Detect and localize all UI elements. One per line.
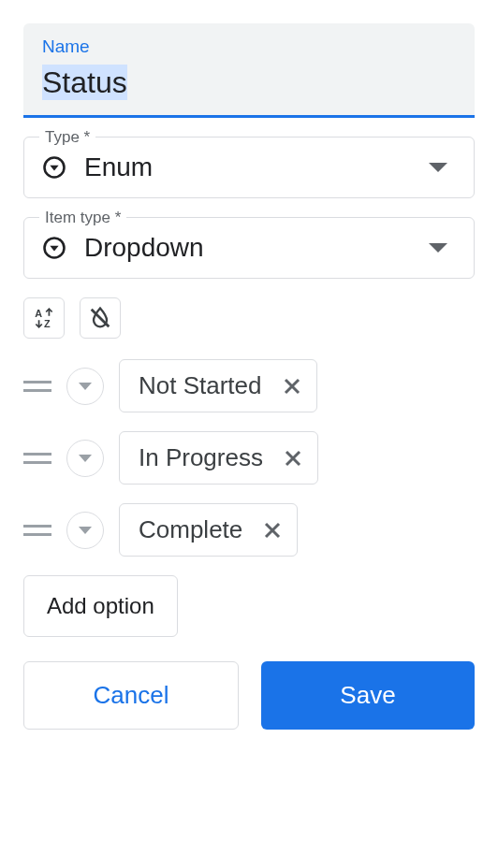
option-color-button[interactable]	[66, 440, 104, 477]
close-icon[interactable]	[281, 375, 303, 398]
color-off-button[interactable]	[80, 297, 121, 339]
type-label: Type *	[39, 128, 95, 147]
chevron-down-icon	[429, 243, 447, 253]
svg-marker-1	[50, 166, 58, 171]
option-row: Complete	[23, 503, 475, 557]
option-toolbar: A Z	[23, 297, 475, 339]
chevron-down-icon	[429, 163, 447, 172]
save-button[interactable]: Save	[261, 661, 475, 730]
option-chip[interactable]: Not Started	[119, 359, 317, 412]
close-icon[interactable]	[282, 447, 304, 470]
enum-icon	[41, 154, 67, 181]
drag-handle-icon[interactable]	[23, 525, 51, 536]
option-color-button[interactable]	[66, 368, 104, 405]
item-type-value: Dropdown	[84, 233, 429, 263]
option-chip[interactable]: In Progress	[119, 431, 318, 485]
chevron-down-icon	[79, 527, 92, 534]
name-field[interactable]: Name Status	[23, 23, 475, 118]
name-value[interactable]: Status	[42, 65, 127, 100]
cancel-button[interactable]: Cancel	[23, 661, 239, 730]
color-off-icon	[87, 305, 113, 331]
option-color-button[interactable]	[66, 512, 104, 549]
sort-az-button[interactable]: A Z	[23, 297, 65, 339]
close-icon[interactable]	[261, 519, 284, 542]
option-label: Not Started	[139, 371, 262, 400]
option-chip[interactable]: Complete	[119, 503, 298, 557]
dropdown-icon	[41, 235, 67, 261]
option-label: In Progress	[139, 443, 263, 472]
option-row: Not Started	[23, 359, 475, 412]
svg-text:Z: Z	[44, 318, 51, 329]
option-row: In Progress	[23, 431, 475, 485]
type-select[interactable]: Type * Enum	[23, 137, 475, 198]
svg-marker-3	[50, 246, 58, 252]
drag-handle-icon[interactable]	[23, 453, 51, 464]
type-value: Enum	[84, 152, 429, 182]
item-type-label: Item type *	[39, 209, 126, 227]
sort-az-icon: A Z	[32, 306, 56, 330]
add-option-button[interactable]: Add option	[23, 575, 178, 637]
svg-text:A: A	[35, 308, 42, 319]
drag-handle-icon[interactable]	[23, 381, 51, 392]
chevron-down-icon	[79, 455, 92, 462]
chevron-down-icon	[79, 383, 92, 390]
option-label: Complete	[139, 515, 242, 544]
name-label: Name	[42, 36, 456, 57]
item-type-select[interactable]: Item type * Dropdown	[23, 217, 475, 279]
footer-buttons: Cancel Save	[23, 661, 475, 730]
